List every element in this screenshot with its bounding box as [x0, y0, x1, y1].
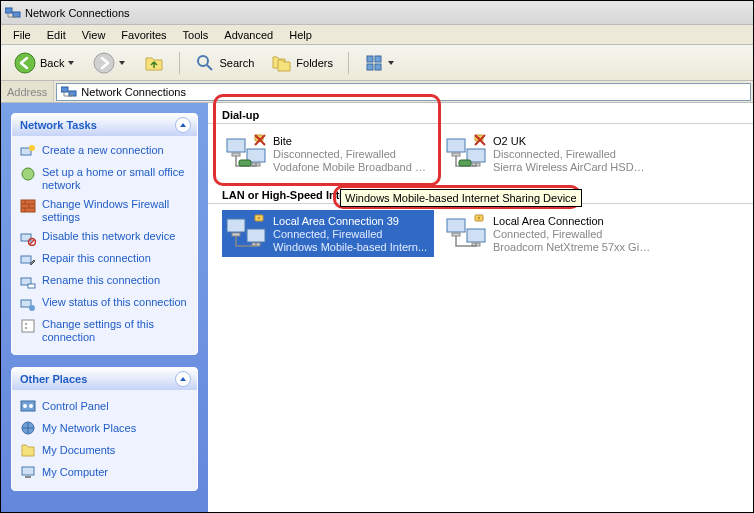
window-title: Network Connections — [25, 7, 130, 19]
task-label: Change Windows Firewall settings — [42, 198, 189, 224]
network-tasks-body: Create a new connection Set up a home or… — [12, 136, 197, 354]
sidebar: Network Tasks Create a new connection Se… — [1, 103, 208, 512]
forward-button[interactable] — [86, 48, 133, 78]
search-label: Search — [219, 57, 254, 69]
menu-advanced[interactable]: Advanced — [216, 27, 281, 43]
svg-rect-53 — [467, 229, 485, 242]
toolbar: Back Search Folders — [1, 45, 753, 81]
back-icon — [14, 52, 36, 74]
place-control-panel[interactable]: Control Panel — [20, 398, 189, 414]
svg-point-23 — [25, 323, 27, 325]
task-repair-connection[interactable]: Repair this connection — [20, 252, 189, 268]
task-disable-device[interactable]: Disable this network device — [20, 230, 189, 246]
task-label: Rename this connection — [42, 274, 160, 287]
back-button[interactable]: Back — [7, 48, 82, 78]
folders-button[interactable]: Folders — [265, 49, 340, 77]
svg-point-24 — [25, 327, 27, 329]
task-label: Change settings of this connection — [42, 318, 189, 344]
svg-rect-0 — [5, 8, 12, 13]
collapse-icon[interactable] — [175, 117, 191, 133]
connection-icon — [225, 213, 269, 253]
network-places-icon — [20, 420, 36, 436]
menu-view[interactable]: View — [74, 27, 114, 43]
search-button[interactable]: Search — [188, 49, 261, 77]
other-places-header[interactable]: Other Places — [12, 368, 197, 390]
address-bar: Address Network Connections — [1, 81, 753, 103]
toolbar-separator-2 — [348, 52, 349, 74]
connection-status: Connected, Firewalled — [273, 228, 427, 241]
task-change-settings[interactable]: Change settings of this connection — [20, 318, 189, 344]
task-rename-connection[interactable]: Rename this connection — [20, 274, 189, 290]
collapse-icon[interactable] — [175, 371, 191, 387]
place-network-places[interactable]: My Network Places — [20, 420, 189, 436]
address-value: Network Connections — [81, 86, 186, 98]
computer-icon — [20, 464, 36, 480]
up-folder-icon — [144, 53, 164, 73]
svg-point-27 — [29, 404, 33, 408]
svg-point-3 — [94, 53, 114, 73]
connection-text: O2 UKDisconnected, FirewalledSierra Wire… — [493, 135, 651, 174]
views-dropdown-icon — [388, 59, 395, 66]
network-tasks-header[interactable]: Network Tasks — [12, 114, 197, 136]
items-row: Local Area Connection 39Connected, Firew… — [208, 208, 753, 267]
connection-icon — [445, 213, 489, 253]
place-label: Control Panel — [42, 400, 109, 412]
back-label: Back — [40, 57, 64, 69]
task-setup-network[interactable]: Set up a home or small office network — [20, 166, 189, 192]
network-tasks-panel: Network Tasks Create a new connection Se… — [11, 113, 198, 355]
repair-icon — [20, 252, 36, 268]
svg-rect-52 — [452, 233, 460, 236]
svg-rect-39 — [452, 153, 460, 156]
connection-item[interactable]: BiteDisconnected, FirewalledVodafone Mob… — [222, 130, 434, 177]
title-bar: Network Connections — [1, 1, 753, 25]
home-network-icon — [20, 166, 36, 182]
connection-item[interactable]: Local Area ConnectionConnected, Firewall… — [442, 210, 654, 257]
other-places-body: Control Panel My Network Places My Docum… — [12, 390, 197, 490]
up-button[interactable] — [137, 49, 171, 77]
connection-text: Local Area ConnectionConnected, Firewall… — [493, 215, 651, 254]
content-area: Dial-upBiteDisconnected, FirewalledVodaf… — [208, 103, 753, 512]
task-create-connection[interactable]: Create a new connection — [20, 144, 189, 160]
svg-point-2 — [15, 53, 35, 73]
svg-rect-47 — [247, 229, 265, 242]
connection-icon — [225, 133, 269, 173]
svg-rect-22 — [22, 320, 34, 332]
task-view-status[interactable]: View status of this connection — [20, 296, 189, 312]
connection-device: Vodafone Mobile Broadband M... — [273, 161, 431, 174]
forward-icon — [93, 52, 115, 74]
status-icon — [20, 296, 36, 312]
menu-file[interactable]: File — [5, 27, 39, 43]
svg-rect-7 — [367, 64, 373, 70]
place-documents[interactable]: My Documents — [20, 442, 189, 458]
place-label: My Computer — [42, 466, 108, 478]
svg-rect-45 — [227, 219, 245, 232]
views-button[interactable] — [357, 49, 402, 77]
task-firewall-settings[interactable]: Change Windows Firewall settings — [20, 198, 189, 224]
tooltip: Windows Mobile-based Internet Sharing De… — [340, 189, 582, 207]
connection-status: Connected, Firewalled — [493, 228, 651, 241]
svg-rect-32 — [232, 153, 240, 156]
svg-rect-35 — [239, 160, 251, 166]
views-icon — [364, 53, 384, 73]
toolbar-separator — [179, 52, 180, 74]
connection-status: Disconnected, Firewalled — [273, 148, 431, 161]
connection-item[interactable]: O2 UKDisconnected, FirewalledSierra Wire… — [442, 130, 654, 177]
menu-favorites[interactable]: Favorites — [113, 27, 174, 43]
connection-name: O2 UK — [493, 135, 651, 148]
place-computer[interactable]: My Computer — [20, 464, 189, 480]
task-label: View status of this connection — [42, 296, 187, 309]
svg-rect-20 — [21, 300, 31, 307]
connection-icon — [445, 133, 489, 173]
svg-point-26 — [23, 404, 27, 408]
search-icon — [195, 53, 215, 73]
network-connections-icon — [5, 5, 21, 21]
menu-edit[interactable]: Edit — [39, 27, 74, 43]
svg-rect-46 — [232, 233, 240, 236]
svg-point-56 — [478, 217, 480, 219]
task-label: Disable this network device — [42, 230, 175, 243]
menu-tools[interactable]: Tools — [175, 27, 217, 43]
svg-rect-9 — [61, 87, 68, 92]
address-field[interactable]: Network Connections — [56, 83, 751, 101]
connection-item[interactable]: Local Area Connection 39Connected, Firew… — [222, 210, 434, 257]
menu-help[interactable]: Help — [281, 27, 320, 43]
